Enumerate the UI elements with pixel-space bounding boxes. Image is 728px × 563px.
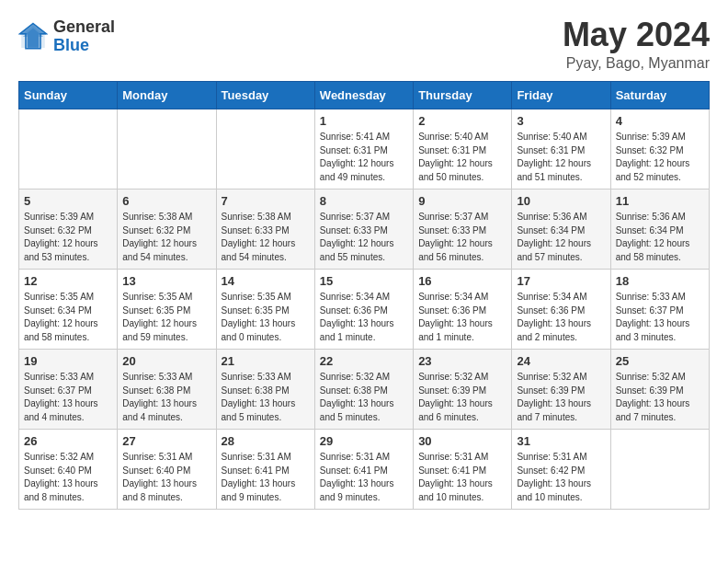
calendar-empty-cell bbox=[610, 430, 709, 510]
logo-text: General Blue bbox=[53, 18, 115, 55]
calendar-table: SundayMondayTuesdayWednesdayThursdayFrid… bbox=[18, 81, 710, 510]
weekday-header-thursday: Thursday bbox=[414, 82, 512, 109]
day-info: Sunrise: 5:33 AM Sunset: 6:38 PM Dayligh… bbox=[122, 371, 210, 424]
day-info: Sunrise: 5:34 AM Sunset: 6:36 PM Dayligh… bbox=[418, 291, 506, 344]
calendar-day-1: 1Sunrise: 5:41 AM Sunset: 6:31 PM Daylig… bbox=[314, 109, 413, 190]
calendar-empty-cell bbox=[19, 109, 118, 190]
day-info: Sunrise: 5:31 AM Sunset: 6:41 PM Dayligh… bbox=[320, 451, 408, 504]
calendar-week-row: 12Sunrise: 5:35 AM Sunset: 6:34 PM Dayli… bbox=[19, 270, 710, 350]
day-number: 26 bbox=[24, 434, 112, 448]
calendar-day-9: 9Sunrise: 5:37 AM Sunset: 6:33 PM Daylig… bbox=[414, 190, 512, 270]
day-number: 6 bbox=[122, 194, 210, 208]
day-number: 14 bbox=[222, 274, 310, 288]
weekday-header-sunday: Sunday bbox=[19, 82, 118, 109]
day-info: Sunrise: 5:34 AM Sunset: 6:36 PM Dayligh… bbox=[320, 291, 408, 344]
calendar-day-19: 19Sunrise: 5:33 AM Sunset: 6:37 PM Dayli… bbox=[19, 350, 118, 430]
day-info: Sunrise: 5:32 AM Sunset: 6:40 PM Dayligh… bbox=[24, 451, 112, 504]
weekday-header-monday: Monday bbox=[118, 82, 216, 109]
calendar-week-row: 26Sunrise: 5:32 AM Sunset: 6:40 PM Dayli… bbox=[19, 430, 710, 510]
calendar-week-row: 1Sunrise: 5:41 AM Sunset: 6:31 PM Daylig… bbox=[19, 109, 710, 190]
weekday-header-friday: Friday bbox=[512, 82, 610, 109]
calendar-day-5: 5Sunrise: 5:39 AM Sunset: 6:32 PM Daylig… bbox=[19, 190, 118, 270]
day-number: 17 bbox=[517, 274, 605, 288]
day-number: 29 bbox=[320, 434, 408, 448]
calendar-day-26: 26Sunrise: 5:32 AM Sunset: 6:40 PM Dayli… bbox=[19, 430, 118, 510]
calendar-day-14: 14Sunrise: 5:35 AM Sunset: 6:35 PM Dayli… bbox=[216, 270, 314, 350]
day-info: Sunrise: 5:31 AM Sunset: 6:41 PM Dayligh… bbox=[222, 451, 310, 504]
calendar-week-row: 19Sunrise: 5:33 AM Sunset: 6:37 PM Dayli… bbox=[19, 350, 710, 430]
calendar-day-23: 23Sunrise: 5:32 AM Sunset: 6:39 PM Dayli… bbox=[414, 350, 512, 430]
day-number: 12 bbox=[24, 274, 112, 288]
calendar-day-24: 24Sunrise: 5:32 AM Sunset: 6:39 PM Dayli… bbox=[512, 350, 610, 430]
day-info: Sunrise: 5:39 AM Sunset: 6:32 PM Dayligh… bbox=[24, 211, 112, 264]
calendar-day-12: 12Sunrise: 5:35 AM Sunset: 6:34 PM Dayli… bbox=[19, 270, 118, 350]
month-title: May 2024 bbox=[563, 18, 710, 52]
day-number: 20 bbox=[122, 354, 210, 368]
day-info: Sunrise: 5:35 AM Sunset: 6:35 PM Dayligh… bbox=[222, 291, 310, 344]
day-info: Sunrise: 5:40 AM Sunset: 6:31 PM Dayligh… bbox=[418, 131, 506, 184]
calendar-day-30: 30Sunrise: 5:31 AM Sunset: 6:41 PM Dayli… bbox=[414, 430, 512, 510]
calendar-day-18: 18Sunrise: 5:33 AM Sunset: 6:37 PM Dayli… bbox=[610, 270, 709, 350]
calendar-day-11: 11Sunrise: 5:36 AM Sunset: 6:34 PM Dayli… bbox=[610, 190, 709, 270]
day-info: Sunrise: 5:38 AM Sunset: 6:32 PM Dayligh… bbox=[122, 211, 210, 264]
day-info: Sunrise: 5:36 AM Sunset: 6:34 PM Dayligh… bbox=[517, 211, 605, 264]
calendar-day-3: 3Sunrise: 5:40 AM Sunset: 6:31 PM Daylig… bbox=[512, 109, 610, 190]
day-info: Sunrise: 5:33 AM Sunset: 6:37 PM Dayligh… bbox=[616, 291, 704, 344]
day-number: 2 bbox=[418, 114, 506, 128]
calendar-day-4: 4Sunrise: 5:39 AM Sunset: 6:32 PM Daylig… bbox=[610, 109, 709, 190]
calendar-day-17: 17Sunrise: 5:34 AM Sunset: 6:36 PM Dayli… bbox=[512, 270, 610, 350]
day-number: 7 bbox=[222, 194, 310, 208]
day-info: Sunrise: 5:31 AM Sunset: 6:41 PM Dayligh… bbox=[418, 451, 506, 504]
day-number: 8 bbox=[320, 194, 408, 208]
day-info: Sunrise: 5:37 AM Sunset: 6:33 PM Dayligh… bbox=[320, 211, 408, 264]
calendar-day-31: 31Sunrise: 5:31 AM Sunset: 6:42 PM Dayli… bbox=[512, 430, 610, 510]
calendar-day-25: 25Sunrise: 5:32 AM Sunset: 6:39 PM Dayli… bbox=[610, 350, 709, 430]
day-number: 13 bbox=[122, 274, 210, 288]
day-number: 21 bbox=[222, 354, 310, 368]
calendar-week-row: 5Sunrise: 5:39 AM Sunset: 6:32 PM Daylig… bbox=[19, 190, 710, 270]
day-number: 16 bbox=[418, 274, 506, 288]
day-info: Sunrise: 5:34 AM Sunset: 6:36 PM Dayligh… bbox=[517, 291, 605, 344]
day-number: 3 bbox=[517, 114, 605, 128]
day-number: 4 bbox=[616, 114, 704, 128]
day-info: Sunrise: 5:37 AM Sunset: 6:33 PM Dayligh… bbox=[418, 211, 506, 264]
day-info: Sunrise: 5:32 AM Sunset: 6:38 PM Dayligh… bbox=[320, 371, 408, 424]
weekday-header-wednesday: Wednesday bbox=[314, 82, 413, 109]
calendar-day-10: 10Sunrise: 5:36 AM Sunset: 6:34 PM Dayli… bbox=[512, 190, 610, 270]
day-info: Sunrise: 5:39 AM Sunset: 6:32 PM Dayligh… bbox=[616, 131, 704, 184]
day-number: 25 bbox=[616, 354, 704, 368]
day-info: Sunrise: 5:31 AM Sunset: 6:40 PM Dayligh… bbox=[122, 451, 210, 504]
title-block: May 2024 Pyay, Bago, Myanmar bbox=[563, 18, 710, 72]
day-number: 19 bbox=[24, 354, 112, 368]
page-header: General Blue May 2024 Pyay, Bago, Myanma… bbox=[18, 18, 710, 72]
day-info: Sunrise: 5:32 AM Sunset: 6:39 PM Dayligh… bbox=[616, 371, 704, 424]
calendar-empty-cell bbox=[216, 109, 314, 190]
day-number: 15 bbox=[320, 274, 408, 288]
weekday-header-row: SundayMondayTuesdayWednesdayThursdayFrid… bbox=[19, 82, 710, 109]
day-number: 23 bbox=[418, 354, 506, 368]
day-number: 24 bbox=[517, 354, 605, 368]
logo-blue: Blue bbox=[53, 37, 115, 55]
day-info: Sunrise: 5:32 AM Sunset: 6:39 PM Dayligh… bbox=[418, 371, 506, 424]
logo-icon bbox=[18, 22, 48, 52]
weekday-header-saturday: Saturday bbox=[610, 82, 709, 109]
logo: General Blue bbox=[18, 18, 115, 55]
day-number: 22 bbox=[320, 354, 408, 368]
calendar-day-8: 8Sunrise: 5:37 AM Sunset: 6:33 PM Daylig… bbox=[314, 190, 413, 270]
calendar-day-13: 13Sunrise: 5:35 AM Sunset: 6:35 PM Dayli… bbox=[118, 270, 216, 350]
calendar-day-20: 20Sunrise: 5:33 AM Sunset: 6:38 PM Dayli… bbox=[118, 350, 216, 430]
day-info: Sunrise: 5:33 AM Sunset: 6:37 PM Dayligh… bbox=[24, 371, 112, 424]
day-number: 9 bbox=[418, 194, 506, 208]
calendar-day-16: 16Sunrise: 5:34 AM Sunset: 6:36 PM Dayli… bbox=[414, 270, 512, 350]
day-number: 30 bbox=[418, 434, 506, 448]
location: Pyay, Bago, Myanmar bbox=[563, 55, 710, 72]
calendar-day-27: 27Sunrise: 5:31 AM Sunset: 6:40 PM Dayli… bbox=[118, 430, 216, 510]
weekday-header-tuesday: Tuesday bbox=[216, 82, 314, 109]
calendar-day-15: 15Sunrise: 5:34 AM Sunset: 6:36 PM Dayli… bbox=[314, 270, 413, 350]
calendar-day-6: 6Sunrise: 5:38 AM Sunset: 6:32 PM Daylig… bbox=[118, 190, 216, 270]
logo-general: General bbox=[53, 18, 115, 37]
day-info: Sunrise: 5:38 AM Sunset: 6:33 PM Dayligh… bbox=[222, 211, 310, 264]
day-info: Sunrise: 5:36 AM Sunset: 6:34 PM Dayligh… bbox=[616, 211, 704, 264]
day-number: 31 bbox=[517, 434, 605, 448]
day-info: Sunrise: 5:35 AM Sunset: 6:35 PM Dayligh… bbox=[122, 291, 210, 344]
